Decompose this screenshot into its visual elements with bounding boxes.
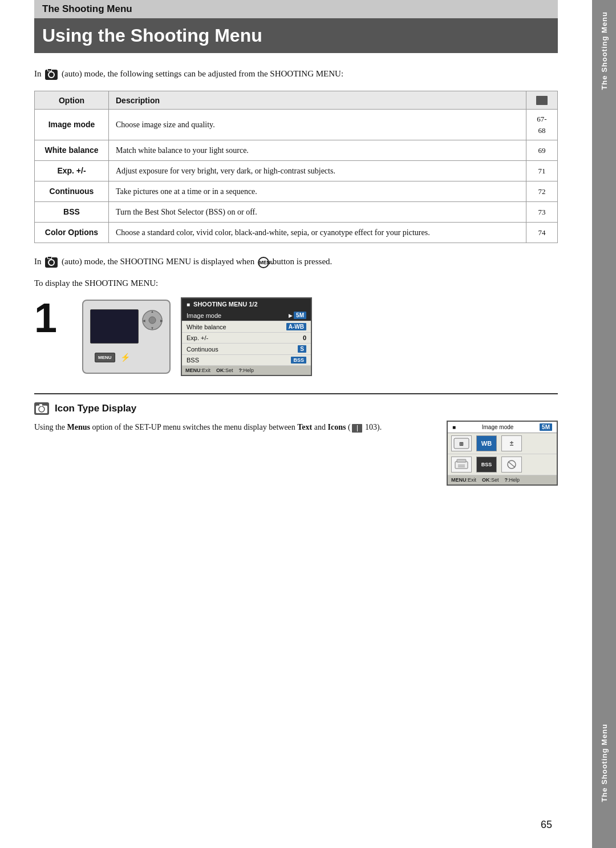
icon-footer-help: ?:Help	[505, 477, 520, 483]
print-icon	[453, 459, 469, 470]
icon-menu-footer: MENU:Exit OK:Set ?:Help	[448, 475, 557, 484]
svg-line-17	[508, 462, 515, 467]
table-header-option: Option	[35, 91, 109, 110]
display-instruction: To display the SHOOTING MENU:	[34, 278, 558, 288]
svg-rect-13	[457, 459, 466, 462]
description-cell: Choose image size and quality.	[109, 110, 526, 140]
menu-item-image-mode: Image mode ▶ 5M	[182, 310, 311, 321]
ref-book-icon	[352, 424, 362, 433]
menu-item-label: Continuous	[187, 346, 218, 353]
option-cell: Continuous	[35, 181, 109, 202]
menu-item-label: Exp. +/-	[187, 334, 208, 341]
icon-menu-title-value: 5M	[540, 423, 552, 431]
menu-button-icon: MENU	[258, 257, 269, 268]
menu-item-value-exp: 0	[303, 334, 306, 341]
option-cell: White balance	[35, 140, 109, 161]
icon-section-body: Using the Menus option of the SET-UP men…	[34, 421, 558, 486]
table-row: BSS Turn the Best Shot Selector (BSS) on…	[35, 202, 558, 223]
option-cell: BSS	[35, 202, 109, 223]
footer-exit: MENU:Exit	[185, 368, 210, 373]
camera-icon-inline	[45, 70, 58, 80]
camera-body-illustration: MENU ⚡ ▲ ▼ ◀ ▶	[82, 300, 171, 374]
svg-text:⊞: ⊞	[459, 441, 464, 447]
svg-text:▶: ▶	[160, 319, 163, 322]
menu-screen-title: SHOOTING MENU 1/2	[193, 301, 257, 308]
menu-screen: ■ SHOOTING MENU 1/2 Image mode ▶ 5M Whit…	[181, 297, 312, 376]
description-cell: Match white balance to your light source…	[109, 140, 526, 161]
table-row: White balance Match white balance to you…	[35, 140, 558, 161]
footer-set: OK:Set	[216, 368, 233, 373]
options-table: Option Description Image mode Choose ima…	[34, 91, 558, 243]
page-title-bar: Using the Shooting Menu	[34, 18, 558, 53]
main-content: The Shooting Menu Using the Shooting Men…	[0, 0, 592, 848]
page-cell: 72	[526, 181, 558, 202]
icon-footer-set: OK:Set	[482, 477, 499, 483]
menu-camera-icon: ■	[187, 301, 190, 308]
menu-item-label: White balance	[187, 324, 226, 330]
step-number: 1	[34, 297, 68, 338]
table-row: Exp. +/- Adjust exposure for very bright…	[35, 161, 558, 181]
description-cell: Turn the Best Shot Selector (BSS) on or …	[109, 202, 526, 223]
camera-body-inner: MENU ⚡ ▲ ▼ ◀ ▶	[83, 301, 169, 373]
camera-icon-inline-2	[45, 257, 58, 268]
description-cell: Take pictures one at a time or in a sequ…	[109, 181, 526, 202]
side-tab-bottom-label: The Shooting Menu	[600, 724, 609, 802]
page-cell: 67-68	[526, 110, 558, 140]
svg-text:◀: ◀	[143, 319, 145, 322]
icon-cell-exposure: ±	[501, 435, 522, 451]
description-cell: Choose a standard color, vivid color, bl…	[109, 223, 526, 243]
no-icon	[505, 459, 518, 470]
icon-section-title: Icon Type Display	[55, 403, 136, 414]
table-header-description: Description	[109, 91, 526, 110]
table-row: Continuous Take pictures one at a time o…	[35, 181, 558, 202]
footer-help: ?:Help	[239, 368, 254, 373]
table-row: Image mode Choose image size and quality…	[35, 110, 558, 140]
page-cell: 74	[526, 223, 558, 243]
menu-item-exp: Exp. +/- 0	[182, 333, 311, 344]
wb-left-icon: ⊞	[453, 438, 469, 449]
icon-footer-exit: MENU:Exit	[451, 477, 476, 483]
menu-item-label: Image mode	[187, 312, 221, 319]
icon-cell-wb: WB	[476, 435, 497, 451]
icon-menu-title-text: Image mode	[482, 424, 514, 430]
svg-text:±: ±	[510, 439, 514, 447]
step-images: MENU ⚡ ▲ ▼ ◀ ▶	[82, 297, 312, 376]
page-cell: 69	[526, 140, 558, 161]
icon-cell-bss: BSS	[476, 457, 497, 473]
page-title: Using the Shooting Menu	[42, 25, 262, 46]
option-cell: Color Options	[35, 223, 109, 243]
section-header-title: The Shooting Menu	[42, 3, 132, 14]
table-header-page	[526, 91, 558, 110]
menu-item-white-balance: White balance A-WB	[182, 321, 311, 333]
camera-small-icon	[34, 402, 49, 415]
description-cell: Adjust exposure for very bright, very da…	[109, 161, 526, 181]
page-cell: 71	[526, 161, 558, 181]
svg-text:▲: ▲	[151, 310, 154, 313]
icon-grid-row-2: BSS	[448, 454, 557, 475]
camera-svg-icon	[36, 404, 47, 413]
icon-menu-title-bar: ■ Image mode 5M	[448, 422, 557, 433]
menu-item-value-awb: A-WB	[286, 323, 306, 330]
book-icon	[536, 96, 548, 105]
menu-item-value-5m: 5M	[294, 312, 306, 319]
menu-item-value-bss: BSS	[291, 357, 306, 364]
page-number: 65	[541, 819, 552, 831]
icon-cell-no	[501, 457, 522, 473]
arrow-icon: ▶	[289, 313, 293, 318]
svg-text:▼: ▼	[151, 326, 154, 330]
icon-type-display-section: Icon Type Display Using the Menus option…	[34, 393, 558, 486]
step-area: 1 MENU ⚡ ▲ ▼ ◀	[34, 297, 558, 376]
svg-point-1	[149, 317, 156, 324]
icon-cell-print	[451, 457, 472, 473]
option-cell: Exp. +/-	[35, 161, 109, 181]
camera-lcd-screen	[90, 309, 139, 344]
menu-item-continuous: Continuous S	[182, 344, 311, 355]
menu-button-label: MENU	[95, 353, 115, 362]
page-wrapper: The Shooting Menu Using the Shooting Men…	[0, 0, 616, 848]
icon-menu-screen: ■ Image mode 5M ⊞ WB	[447, 421, 558, 486]
side-tab: The Shooting Menu The Shooting Menu	[592, 0, 616, 848]
menu-item-bss: BSS BSS	[182, 355, 311, 366]
intro-paragraph: In (auto) mode, the following settings c…	[34, 67, 558, 80]
scroll-wheel-svg: ▲ ▼ ◀ ▶	[141, 309, 164, 332]
menu-title-bar: ■ SHOOTING MENU 1/2	[182, 298, 311, 310]
